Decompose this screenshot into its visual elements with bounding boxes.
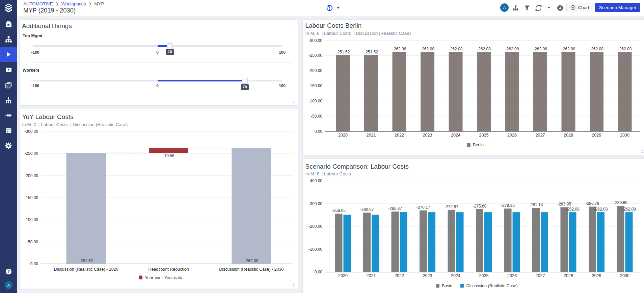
user-avatar[interactable]: A <box>500 3 509 12</box>
play-icon <box>5 51 12 58</box>
bar-value-label: -265.37 <box>388 206 402 211</box>
help-button[interactable]: ? <box>0 266 17 277</box>
bar[interactable] <box>590 52 603 131</box>
sidebar-item-archive[interactable] <box>0 17 17 31</box>
x-tick-label: 2029 <box>592 273 601 278</box>
legend-swatch[interactable] <box>467 143 471 147</box>
slider-rail[interactable] <box>33 80 282 81</box>
bar[interactable] <box>589 206 596 272</box>
sidebar-item-dot-tree[interactable] <box>0 93 17 107</box>
bar[interactable] <box>484 212 492 272</box>
bar-value-label: -270.17 <box>417 205 430 210</box>
legend-label[interactable]: Berlin <box>473 143 484 147</box>
bar[interactable] <box>562 52 575 131</box>
slider-handle[interactable] <box>242 78 248 83</box>
sidebar: ? A <box>0 0 17 293</box>
bar[interactable] <box>477 52 491 131</box>
resize-grip[interactable] <box>293 284 296 287</box>
bar[interactable] <box>618 52 632 131</box>
bar[interactable] <box>541 212 548 272</box>
bar[interactable] <box>533 52 547 131</box>
bar[interactable] <box>400 212 407 272</box>
sidebar-item-flow[interactable] <box>0 108 17 123</box>
bar[interactable] <box>597 212 605 272</box>
bar[interactable] <box>363 213 371 272</box>
y-tick-label: -200.00 <box>24 173 38 178</box>
sidebar-item-play[interactable] <box>0 47 17 62</box>
bar-value-label: -262.08 <box>590 47 603 51</box>
y-tick-label: -300.00 <box>308 38 322 43</box>
x-tick-label: 2026 <box>507 133 517 138</box>
x-tick-label: 2020 <box>338 133 348 138</box>
x-tick-label: 2030 <box>620 273 629 278</box>
table-icon <box>5 127 12 134</box>
bar-value-label: -289.65 <box>614 200 627 205</box>
bar[interactable] <box>513 212 520 272</box>
sidebar-item-table[interactable] <box>0 123 17 138</box>
legend-label[interactable]: Basic <box>442 284 452 288</box>
slider-mark: 0 <box>156 83 159 88</box>
bar[interactable] <box>476 209 483 272</box>
slider-rail[interactable] <box>33 45 282 47</box>
resize-grip[interactable] <box>641 150 644 153</box>
bar[interactable] <box>561 207 568 272</box>
resize-grip[interactable] <box>293 101 296 103</box>
sitemap-icon[interactable] <box>511 3 520 12</box>
chart-button-label: Chart <box>578 5 589 10</box>
caret-down-icon[interactable] <box>544 3 553 12</box>
slider-mark: 100 <box>279 50 286 55</box>
y-tick-label: 0.00 <box>30 262 38 266</box>
bar[interactable] <box>456 212 464 272</box>
legend-swatch[interactable] <box>436 284 439 288</box>
legend-swatch[interactable] <box>139 276 142 279</box>
legend-label[interactable]: Year-over-Year data <box>145 275 182 280</box>
download-icon[interactable] <box>556 3 564 12</box>
bar[interactable] <box>569 212 576 272</box>
waterfall-bar[interactable] <box>66 153 106 264</box>
slider-handle[interactable] <box>167 43 173 49</box>
bar-value-label: -262.08 <box>449 47 463 51</box>
slider-mark: 0 <box>156 50 159 55</box>
bar[interactable] <box>420 211 427 272</box>
add-chart-button[interactable]: Chart <box>566 3 593 12</box>
bar[interactable] <box>449 52 463 131</box>
bar[interactable] <box>617 206 624 272</box>
yoy-waterfall-chart: YoY Labour CostsIn M. € | Labour Costs |… <box>20 109 298 289</box>
bar[interactable] <box>392 212 399 272</box>
bar-value-label: -256.05 <box>332 208 346 213</box>
filter-icon[interactable] <box>522 3 531 12</box>
bar[interactable] <box>344 215 351 272</box>
bar[interactable] <box>505 52 519 131</box>
scenario-grouped-bar-chart: Scenario Comparison: Labour CostsIn M. €… <box>303 159 644 293</box>
sidebar-item-sitemap[interactable] <box>0 32 17 47</box>
bar[interactable] <box>393 52 406 131</box>
waterfall-bar[interactable] <box>149 148 188 153</box>
sidebar-item-settings[interactable] <box>0 138 17 153</box>
bar[interactable] <box>625 212 633 272</box>
bar[interactable] <box>421 52 434 131</box>
bar[interactable] <box>532 208 540 272</box>
bar[interactable] <box>364 55 378 131</box>
sidebar-avatar[interactable]: A <box>5 281 12 289</box>
waterfall-bar[interactable] <box>232 148 271 264</box>
x-tick-label: 2029 <box>592 133 601 138</box>
sidebar-item-pages[interactable] <box>0 77 17 92</box>
bar[interactable] <box>428 212 435 272</box>
bar[interactable] <box>335 214 343 272</box>
bar-value-label: -262.08 <box>622 207 636 212</box>
chart-subtitle: In M. € | Labour Costs | Discussion (Rea… <box>305 31 411 36</box>
bar-value-label: -260.67 <box>360 207 374 212</box>
bar[interactable] <box>448 210 455 272</box>
x-tick-label: Discussion (Realistic Case) - 2030 <box>219 267 284 272</box>
bar[interactable] <box>504 209 512 272</box>
x-tick-label: Headcount Reduction <box>148 267 189 272</box>
sidebar-item-video[interactable] <box>0 62 17 77</box>
legend-swatch[interactable] <box>460 284 464 288</box>
scenario-manager-button[interactable]: Scenario Manager <box>595 3 640 12</box>
legend-label[interactable]: Discussion (Realistic Case) <box>466 284 518 288</box>
refresh-icon[interactable] <box>534 3 543 12</box>
x-tick-label: 2030 <box>620 133 629 138</box>
bar[interactable] <box>336 55 350 131</box>
app-logo[interactable] <box>0 0 17 16</box>
bar[interactable] <box>372 215 379 272</box>
